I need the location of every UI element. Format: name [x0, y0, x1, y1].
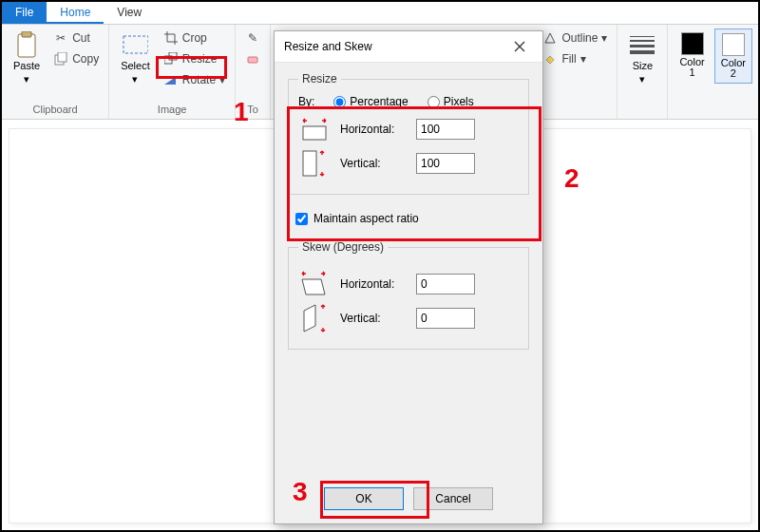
dialog-titlebar: Resize and Skew	[275, 31, 542, 63]
outline-label: Outline	[561, 31, 598, 45]
pencil-tool[interactable]: ✎	[241, 28, 264, 48]
resize-vertical-icon	[298, 150, 331, 177]
dialog-title: Resize and Skew	[284, 40, 372, 53]
size-label: Size	[633, 60, 653, 71]
skew-legend: Skew (Degrees)	[298, 240, 388, 254]
group-tools-label: To	[247, 102, 258, 117]
resize-h-input[interactable]	[416, 119, 475, 140]
outline-icon	[542, 30, 558, 46]
clipboard-icon	[13, 31, 40, 58]
copy-label: Copy	[72, 52, 99, 66]
eraser-tool[interactable]	[241, 49, 264, 68]
resize-legend: Resize	[298, 72, 341, 86]
skew-horizontal-icon	[298, 271, 331, 297]
skew-fieldset: Skew (Degrees) Horizontal: Vertical:	[288, 240, 529, 350]
outline-button[interactable]: Outline ▾	[539, 28, 611, 48]
svg-rect-0	[18, 34, 35, 57]
cut-label: Cut	[72, 31, 90, 45]
by-label: By:	[298, 95, 314, 108]
color-1-button[interactable]: Color 1	[674, 28, 710, 82]
crop-button[interactable]: Crop	[160, 28, 229, 48]
chevron-down-icon: ▾	[639, 73, 645, 85]
paste-button[interactable]: Paste ▾	[8, 28, 46, 87]
stroke-width-icon	[629, 31, 656, 58]
svg-marker-12	[302, 279, 325, 294]
size-button[interactable]: Size ▾	[623, 28, 661, 87]
close-icon	[514, 41, 525, 52]
svg-marker-7	[164, 77, 176, 85]
eraser-icon	[245, 51, 260, 66]
color-2-button[interactable]: Color 2	[714, 28, 752, 84]
rotate-button[interactable]: Rotate ▾	[160, 70, 229, 89]
svg-rect-8	[248, 57, 257, 63]
cancel-button[interactable]: Cancel	[413, 487, 493, 510]
svg-rect-3	[58, 52, 66, 62]
select-button[interactable]: Select ▾	[115, 28, 156, 87]
skew-v-label: Vertical:	[340, 312, 407, 325]
pencil-icon: ✎	[245, 30, 260, 46]
paste-label: Paste	[13, 60, 40, 71]
ok-button[interactable]: OK	[324, 487, 404, 510]
group-colors: Color 1 Color 2	[668, 25, 758, 119]
resize-v-label: Vertical:	[340, 157, 407, 170]
chevron-down-icon: ▾	[132, 73, 138, 85]
svg-rect-1	[22, 31, 31, 37]
tab-home[interactable]: Home	[47, 2, 104, 24]
svg-marker-9	[545, 33, 555, 43]
tab-view[interactable]: View	[104, 2, 155, 24]
fill-icon	[542, 51, 558, 66]
group-size: Size ▾	[618, 25, 668, 119]
svg-rect-4	[124, 36, 148, 53]
cut-button[interactable]: ✂ Cut	[49, 28, 103, 48]
color-2-swatch	[722, 33, 745, 56]
svg-rect-11	[303, 151, 316, 176]
radio-pixels-input[interactable]	[428, 96, 440, 108]
copy-icon	[53, 51, 68, 66]
rotate-icon	[163, 72, 179, 87]
svg-rect-10	[303, 126, 326, 140]
fill-label: Fill	[561, 52, 576, 66]
resize-horizontal-icon	[298, 116, 331, 142]
skew-v-input[interactable]	[416, 308, 475, 329]
chevron-down-icon: ▾	[24, 73, 29, 85]
group-shape-style: Outline ▾ Fill ▾	[533, 25, 618, 119]
group-clipboard: Paste ▾ ✂ Cut Copy Clipboard	[2, 25, 109, 119]
resize-v-input[interactable]	[416, 153, 475, 174]
resize-skew-dialog: Resize and Skew Resize By: Percentage Pi…	[274, 30, 543, 524]
scissors-icon: ✂	[53, 30, 68, 46]
skew-vertical-icon	[298, 305, 331, 332]
radio-percentage[interactable]: Percentage	[333, 95, 408, 108]
fill-button[interactable]: Fill ▾	[539, 49, 611, 68]
maintain-aspect-checkbox[interactable]	[295, 213, 308, 225]
skew-h-label: Horizontal:	[340, 277, 407, 291]
group-image-label: Image	[158, 102, 187, 117]
chevron-down-icon: ▾	[601, 31, 607, 45]
tab-file[interactable]: File	[2, 2, 47, 24]
tab-bar: File Home View	[2, 2, 758, 25]
rotate-label: Rotate	[182, 73, 216, 86]
color-1-swatch	[681, 32, 704, 55]
svg-marker-13	[304, 305, 315, 332]
select-icon	[122, 31, 148, 58]
copy-button[interactable]: Copy	[49, 49, 103, 68]
resize-icon	[163, 51, 179, 66]
resize-button[interactable]: Resize	[160, 49, 229, 68]
chevron-down-icon: ▾	[580, 52, 586, 66]
resize-label: Resize	[182, 52, 218, 66]
radio-percentage-input[interactable]	[333, 96, 346, 108]
select-label: Select	[121, 60, 150, 71]
radio-pixels[interactable]: Pixels	[428, 95, 474, 108]
group-tools: ✎ To	[236, 25, 271, 119]
resize-h-label: Horizontal:	[340, 123, 407, 136]
crop-label: Crop	[182, 31, 207, 45]
group-image: Select ▾ Crop Resize Rotate ▾ Image	[109, 25, 236, 119]
crop-icon	[163, 30, 179, 46]
color-2-label: Color 2	[721, 58, 746, 79]
group-clipboard-label: Clipboard	[33, 102, 78, 117]
color-1-label: Color 1	[679, 57, 704, 78]
chevron-down-icon: ▾	[219, 73, 225, 86]
skew-h-input[interactable]	[416, 274, 475, 294]
close-button[interactable]	[506, 37, 533, 56]
resize-fieldset: Resize By: Percentage Pixels Horizontal:…	[288, 72, 529, 195]
maintain-aspect-label: Maintain aspect ratio	[314, 212, 419, 225]
